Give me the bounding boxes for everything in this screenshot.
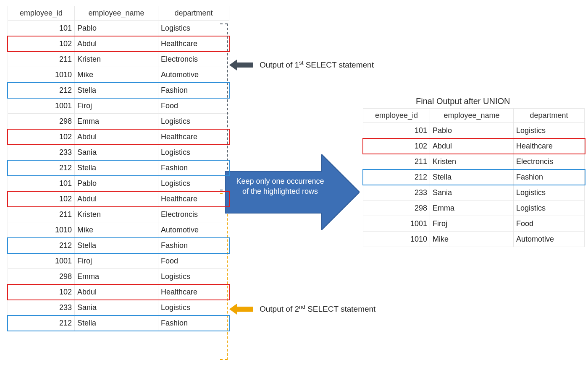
- cell-name: Stella: [75, 160, 158, 176]
- cell-name: Firoj: [75, 253, 158, 269]
- cell-dept: Logistics: [514, 185, 585, 201]
- cell-id: 101: [363, 123, 430, 138]
- table-row: 298EmmaLogistics: [8, 269, 229, 284]
- cell-dept: Food: [158, 98, 229, 114]
- cell-name: Pablo: [75, 176, 158, 191]
- cell-name: Emma: [430, 201, 514, 216]
- cell-dept: Healthcare: [158, 129, 229, 145]
- cell-id: 211: [363, 154, 430, 169]
- cell-name: Firoj: [75, 98, 158, 114]
- cell-dept: Logistics: [158, 300, 229, 315]
- label-select-2: Output of 2nd SELECT statement: [260, 304, 375, 314]
- cell-id: 1001: [8, 253, 75, 269]
- cell-id: 212: [8, 238, 75, 253]
- cell-id: 212: [363, 169, 430, 185]
- table-row: 233SaniaLogistics: [8, 145, 229, 160]
- cell-name: Stella: [75, 315, 158, 331]
- final-output-title: Final Output after UNION: [416, 96, 510, 106]
- cell-name: Emma: [75, 114, 158, 129]
- cell-id: 233: [8, 145, 75, 160]
- col-header-id: employee_id: [363, 109, 430, 123]
- table-row: 212StellaFashion: [363, 169, 585, 185]
- cell-name: Sania: [75, 145, 158, 160]
- cell-name: Abdul: [75, 36, 158, 52]
- cell-name: Abdul: [75, 284, 158, 300]
- cell-name: Sania: [75, 300, 158, 315]
- cell-id: 298: [363, 201, 430, 216]
- cell-dept: Healthcare: [514, 138, 585, 154]
- cell-dept: Food: [158, 253, 229, 269]
- cell-id: 212: [8, 83, 75, 98]
- svg-marker-1: [229, 304, 253, 315]
- cell-name: Stella: [75, 83, 158, 98]
- cell-dept: Healthcare: [158, 36, 229, 52]
- table-row: 1001FirojFood: [8, 253, 229, 269]
- cell-name: Emma: [75, 269, 158, 284]
- cell-id: 102: [363, 138, 430, 154]
- cell-name: Sania: [430, 185, 514, 201]
- cell-name: Abdul: [75, 191, 158, 207]
- cell-id: 298: [8, 114, 75, 129]
- cell-dept: Electroncis: [158, 207, 229, 222]
- cell-id: 102: [8, 36, 75, 52]
- cell-dept: Fashion: [158, 238, 229, 253]
- col-header-name: employee_name: [430, 109, 514, 123]
- cell-dept: Electroncis: [158, 52, 229, 67]
- table-row: 211KristenElectroncis: [363, 154, 585, 169]
- table-row: 212StellaFashion: [8, 315, 229, 331]
- svg-marker-0: [229, 60, 253, 70]
- cell-name: Kristen: [430, 154, 514, 169]
- cell-dept: Fashion: [158, 315, 229, 331]
- cell-name: Kristen: [75, 207, 158, 222]
- cell-name: Stella: [75, 238, 158, 253]
- cell-id: 211: [8, 52, 75, 67]
- cell-dept: Food: [514, 216, 585, 232]
- cell-id: 102: [8, 191, 75, 207]
- label-select-1: Output of 1st SELECT statement: [260, 60, 374, 70]
- col-header-dept: department: [514, 109, 585, 123]
- right-table: employee_id employee_name department 101…: [363, 108, 585, 247]
- table-row: 1010MikeAutomotive: [363, 232, 585, 247]
- cell-name: Abdul: [75, 129, 158, 145]
- table-row: 211KristenElectroncis: [8, 207, 229, 222]
- table-row: 102AbdulHealthcare: [8, 191, 229, 207]
- cell-dept: Logistics: [158, 145, 229, 160]
- cell-dept: Logistics: [158, 114, 229, 129]
- cell-name: Mike: [75, 222, 158, 238]
- table-row: 298EmmaLogistics: [363, 201, 585, 216]
- cell-dept: Healthcare: [158, 191, 229, 207]
- cell-id: 1010: [8, 67, 75, 83]
- cell-dept: Logistics: [158, 176, 229, 191]
- table-row: 298EmmaLogistics: [8, 114, 229, 129]
- cell-dept: Healthcare: [158, 284, 229, 300]
- table-row: 233SaniaLogistics: [8, 300, 229, 315]
- cell-dept: Electroncis: [514, 154, 585, 169]
- cell-id: 1001: [363, 216, 430, 232]
- cell-name: Kristen: [75, 52, 158, 67]
- cell-name: Firoj: [430, 216, 514, 232]
- col-header-id: employee_id: [8, 6, 75, 21]
- cell-name: Pablo: [430, 123, 514, 138]
- cell-id: 233: [363, 185, 430, 201]
- cell-dept: Automotive: [158, 67, 229, 83]
- cell-name: Mike: [430, 232, 514, 247]
- table-row: 102AbdulHealthcare: [8, 36, 229, 52]
- cell-id: 298: [8, 269, 75, 284]
- cell-id: 1010: [363, 232, 430, 247]
- cell-name: Abdul: [430, 138, 514, 154]
- cell-id: 211: [8, 207, 75, 222]
- table-row: 1010MikeAutomotive: [8, 222, 229, 238]
- col-header-dept: department: [158, 6, 229, 21]
- cell-id: 101: [8, 21, 75, 36]
- cell-id: 212: [8, 315, 75, 331]
- left-stacked-table: employee_id employee_name department 101…: [8, 6, 218, 331]
- arrow-select-1-icon: [229, 59, 253, 71]
- table-row: 102AbdulHealthcare: [363, 138, 585, 154]
- cell-id: 212: [8, 160, 75, 176]
- table-row: 101PabloLogistics: [363, 123, 585, 138]
- table-row: 212StellaFashion: [8, 83, 229, 98]
- table-row: 1001FirojFood: [8, 98, 229, 114]
- table-row: 233SaniaLogistics: [363, 185, 585, 201]
- cell-dept: Fashion: [514, 169, 585, 185]
- cell-id: 1010: [8, 222, 75, 238]
